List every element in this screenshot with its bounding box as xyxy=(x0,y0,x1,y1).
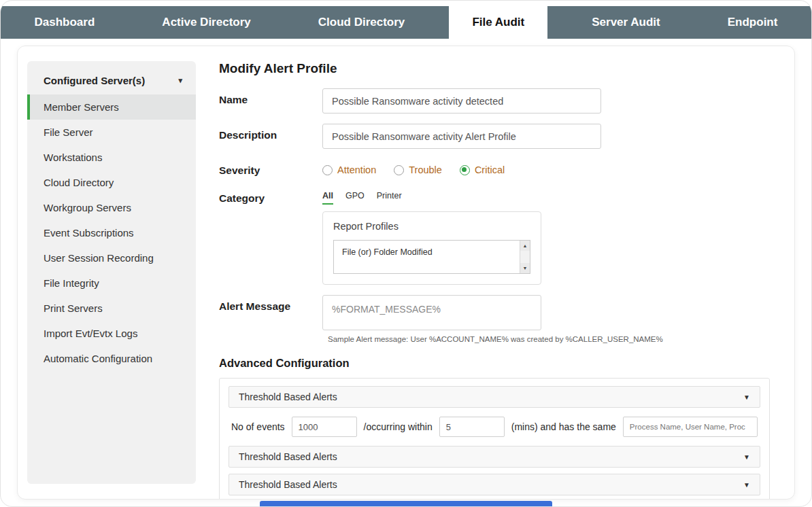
report-profiles-listbox: File (or) Folder Modified ▲ ▼ xyxy=(333,240,530,274)
name-row: Name xyxy=(219,88,770,113)
severity-option-attention-label: Attention xyxy=(337,164,376,175)
sidebar-item-member-servers[interactable]: Member Servers xyxy=(27,94,196,120)
category-tabs: All GPO Printer xyxy=(322,187,541,205)
main-panel: Modify Alert Profile Name Description Se… xyxy=(196,46,794,499)
threshold-header-label: Threshold Based Alerts xyxy=(239,451,337,462)
app-window: Dashboard Active Directory Cloud Directo… xyxy=(0,0,812,507)
threshold-settings-row: No of events /occurring within (mins) an… xyxy=(229,414,760,446)
radio-icon-critical-selected[interactable] xyxy=(460,165,470,175)
advanced-configuration-accordion: Threshold Based Alerts ▼ No of events /o… xyxy=(219,378,770,499)
sidebar-item-workgroup-servers[interactable]: Workgroup Servers xyxy=(27,195,196,220)
chevron-down-icon: ▼ xyxy=(743,481,750,489)
description-input[interactable] xyxy=(322,124,601,149)
description-label: Description xyxy=(219,124,322,141)
alert-message-col: %FORMAT_MESSAGE% Sample Alert message: U… xyxy=(322,295,663,343)
nav-tab-cloud-directory[interactable]: Cloud Directory xyxy=(295,6,428,39)
threshold-header-label: Threshold Based Alerts xyxy=(239,479,337,490)
listbox-scrollbar[interactable]: ▲ ▼ xyxy=(520,241,530,273)
sidebar-item-file-server[interactable]: File Server xyxy=(27,120,196,145)
sidebar-item-automatic-configuration[interactable]: Automatic Configuration xyxy=(27,346,196,371)
sidebar-item-print-servers[interactable]: Print Servers xyxy=(27,296,196,321)
radio-icon-trouble[interactable] xyxy=(394,165,404,175)
name-input[interactable] xyxy=(322,88,601,113)
category-tab-all[interactable]: All xyxy=(322,191,333,205)
description-row: Description xyxy=(219,124,770,149)
alert-message-row: Alert Message %FORMAT_MESSAGE% Sample Al… xyxy=(219,295,770,343)
content-card: Configured Server(s) ▾ Member Servers Fi… xyxy=(17,46,795,500)
sidebar: Configured Server(s) ▾ Member Servers Fi… xyxy=(27,61,196,484)
page-title: Modify Alert Profile xyxy=(219,61,770,76)
threshold-header-label: Threshold Based Alerts xyxy=(239,391,337,402)
sidebar-header-label: Configured Server(s) xyxy=(44,75,145,86)
occurring-within-input[interactable] xyxy=(439,417,505,437)
bottom-accent-bar xyxy=(260,501,552,506)
threshold-based-alerts-header-3[interactable]: Threshold Based Alerts ▼ xyxy=(229,474,760,495)
scroll-down-icon[interactable]: ▼ xyxy=(520,263,530,273)
sidebar-item-workstations[interactable]: Workstations xyxy=(27,145,196,170)
nav-tab-dashboard[interactable]: Dashboard xyxy=(12,6,118,39)
chevron-down-icon: ▼ xyxy=(743,394,750,401)
occurring-within-label: /occurring within xyxy=(364,421,433,432)
top-navigation: Dashboard Active Directory Cloud Directo… xyxy=(1,6,811,39)
sidebar-item-cloud-directory[interactable]: Cloud Directory xyxy=(27,170,196,195)
alert-message-input[interactable]: %FORMAT_MESSAGE% xyxy=(322,295,541,330)
severity-option-critical-label: Critical xyxy=(475,164,505,175)
severity-option-trouble[interactable]: Trouble xyxy=(394,164,442,175)
sidebar-item-import-evt-evtx-logs[interactable]: Import Evt/Evtx Logs xyxy=(27,321,196,346)
name-label: Name xyxy=(219,88,322,106)
sidebar-item-user-session-recording[interactable]: User Session Recording xyxy=(27,245,196,270)
category-panel: All GPO Printer Report Profiles File (or… xyxy=(322,187,541,285)
nav-tab-endpoint[interactable]: Endpoint xyxy=(705,6,801,39)
list-item-file-or-folder-modified[interactable]: File (or) Folder Modified xyxy=(334,241,530,264)
category-label: Category xyxy=(219,187,322,205)
severity-option-critical[interactable]: Critical xyxy=(460,164,505,175)
report-profiles-box: Report Profiles File (or) Folder Modifie… xyxy=(322,211,541,285)
chevron-down-icon: ▼ xyxy=(743,453,750,461)
mins-and-has-same-label: (mins) and has the same xyxy=(511,421,616,432)
nav-tab-file-audit[interactable]: File Audit xyxy=(449,6,547,39)
severity-radio-group: Attention Trouble Critical xyxy=(322,159,505,175)
severity-label: Severity xyxy=(219,159,322,177)
severity-row: Severity Attention Trouble Critical xyxy=(219,159,770,177)
alert-message-label: Alert Message xyxy=(219,295,322,313)
nav-tab-active-directory[interactable]: Active Directory xyxy=(139,6,273,39)
radio-icon-attention[interactable] xyxy=(322,165,333,175)
no-of-events-input[interactable] xyxy=(292,417,357,437)
chevron-down-icon: ▾ xyxy=(178,76,182,85)
threshold-based-alerts-header-1[interactable]: Threshold Based Alerts ▼ xyxy=(229,386,760,408)
advanced-configuration-title: Advanced Configuration xyxy=(219,357,770,370)
no-of-events-label: No of events xyxy=(231,421,285,432)
severity-option-attention[interactable]: Attention xyxy=(322,164,376,175)
sidebar-item-file-integrity[interactable]: File Integrity xyxy=(27,270,196,296)
nav-tab-server-audit[interactable]: Server Audit xyxy=(569,6,683,39)
scroll-up-icon[interactable]: ▲ xyxy=(520,241,530,251)
threshold-based-alerts-header-2[interactable]: Threshold Based Alerts ▼ xyxy=(229,446,760,468)
sidebar-item-event-subscriptions[interactable]: Event Subscriptions xyxy=(27,220,196,245)
category-tab-gpo[interactable]: GPO xyxy=(345,191,365,205)
category-tab-printer[interactable]: Printer xyxy=(377,191,402,205)
sidebar-header-configured-servers[interactable]: Configured Server(s) ▾ xyxy=(27,65,196,94)
severity-option-trouble-label: Trouble xyxy=(409,164,442,175)
alert-message-hint: Sample Alert message: User %ACCOUNT_NAME… xyxy=(328,335,663,343)
report-profiles-title: Report Profiles xyxy=(333,221,530,232)
same-attributes-input[interactable] xyxy=(623,417,758,437)
category-row: Category All GPO Printer Report Profiles… xyxy=(219,187,770,285)
